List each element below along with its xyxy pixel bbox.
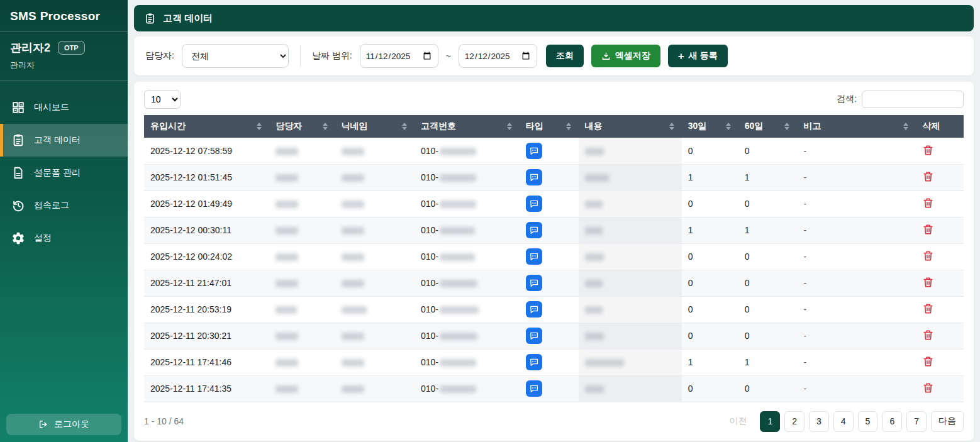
table-row: 2025-12-12 00:30:11 010- 1 1 - <box>144 217 964 243</box>
col-header-time[interactable]: 유입시간 <box>144 115 269 138</box>
query-button[interactable]: 조회 <box>546 45 584 67</box>
pagination-next[interactable]: 다음 <box>931 411 964 432</box>
cell-content <box>579 323 682 349</box>
cell-time: 2025-12-11 20:53:19 <box>144 296 269 323</box>
col-header-phone[interactable]: 고객번호 <box>415 115 520 138</box>
chat-message-icon[interactable] <box>526 380 542 397</box>
cell-content <box>579 164 682 191</box>
cell-note: - <box>797 217 916 243</box>
pagination-page-1[interactable]: 1 <box>760 411 780 432</box>
date-to-input[interactable] <box>459 44 537 68</box>
redacted-nickname <box>342 306 367 314</box>
date-from-input[interactable] <box>360 44 438 68</box>
cell-time: 2025-12-11 20:30:21 <box>144 323 269 349</box>
cell-time: 2025-12-12 07:58:59 <box>144 138 269 164</box>
chat-message-icon[interactable] <box>526 222 542 238</box>
cell-note: - <box>797 349 916 375</box>
sidebar-item-settings[interactable]: 설정 <box>0 222 128 255</box>
cell-60d: 1 <box>738 349 798 375</box>
col-header-content[interactable]: 내용 <box>579 115 682 138</box>
cell-delete <box>916 164 964 191</box>
redacted-nickname <box>342 201 364 208</box>
sidebar-item-access-log[interactable]: 접속로그 <box>0 189 128 222</box>
app-title: SMS Processor <box>0 0 128 32</box>
redacted-nickname <box>342 253 364 261</box>
cell-60d: 0 <box>738 138 798 164</box>
pagination-page-7[interactable]: 7 <box>906 411 927 432</box>
trash-icon[interactable] <box>922 250 934 262</box>
redacted-nickname <box>342 333 364 340</box>
chat-message-icon[interactable] <box>526 143 542 159</box>
history-icon <box>11 199 25 213</box>
chat-message-icon[interactable] <box>526 328 542 344</box>
cell-delete <box>916 243 964 270</box>
cell-60d: 0 <box>738 243 798 270</box>
cell-type <box>520 243 579 270</box>
cell-manager <box>269 243 335 270</box>
sidebar-item-dashboard[interactable]: 대시보드 <box>0 91 128 124</box>
chat-message-icon[interactable] <box>526 354 542 370</box>
trash-icon[interactable] <box>922 329 934 341</box>
cell-30d: 0 <box>682 323 738 349</box>
cell-content <box>579 191 682 217</box>
sidebar-menu: 대시보드 고객 데이터 설문폼 관리 접속로그 설정 <box>0 91 128 255</box>
col-header-d30[interactable]: 30일 <box>682 115 738 138</box>
download-icon <box>601 52 611 61</box>
chat-message-icon[interactable] <box>526 275 542 291</box>
redacted-nickname <box>342 174 364 182</box>
trash-icon[interactable] <box>922 223 934 235</box>
redacted-content <box>585 201 603 208</box>
cell-content <box>579 270 682 296</box>
col-header-nickname[interactable]: 닉네임 <box>335 115 415 138</box>
page-size-select[interactable]: 10 <box>144 90 181 109</box>
table-row: 2025-12-11 20:53:19 010- 0 0 - <box>144 296 964 323</box>
trash-icon[interactable] <box>922 382 934 394</box>
pagination-page-3[interactable]: 3 <box>809 411 829 432</box>
cell-time: 2025-12-11 17:41:35 <box>144 375 269 402</box>
col-header-d60[interactable]: 60일 <box>738 115 798 138</box>
col-header-type[interactable]: 타입 <box>520 115 579 138</box>
redacted-phone <box>440 148 476 155</box>
cell-delete <box>916 296 964 323</box>
cell-nickname <box>335 191 415 217</box>
dashboard-icon <box>11 101 25 114</box>
trash-icon[interactable] <box>922 144 934 156</box>
trash-icon[interactable] <box>922 355 934 367</box>
col-header-delete: 삭제 <box>916 115 964 138</box>
sidebar-item-survey-manage[interactable]: 설문폼 관리 <box>0 157 128 189</box>
excel-save-button[interactable]: 엑셀저장 <box>591 45 660 67</box>
pagination-prev[interactable]: 이전 <box>722 411 754 432</box>
cell-content <box>579 217 682 243</box>
cell-delete <box>916 191 964 217</box>
cell-time: 2025-12-11 17:41:46 <box>144 349 269 375</box>
new-register-button[interactable]: + 새 등록 <box>668 45 728 67</box>
trash-icon[interactable] <box>922 276 934 288</box>
pagination-page-4[interactable]: 4 <box>833 411 854 432</box>
cell-nickname <box>335 164 415 191</box>
logout-button[interactable]: 로그아웃 <box>6 414 121 435</box>
chat-message-icon[interactable] <box>526 248 542 265</box>
chat-message-icon[interactable] <box>526 301 542 318</box>
pagination-page-6[interactable]: 6 <box>882 411 902 432</box>
chat-message-icon[interactable] <box>526 196 542 212</box>
manager-select[interactable]: 전체 <box>182 44 289 68</box>
otp-badge[interactable]: OTP <box>58 41 85 55</box>
trash-icon[interactable] <box>922 197 934 209</box>
cell-time: 2025-12-12 00:24:02 <box>144 243 269 270</box>
pagination-page-5[interactable]: 5 <box>858 411 878 432</box>
pagination-page-2[interactable]: 2 <box>784 411 805 432</box>
redacted-content <box>585 253 604 261</box>
sidebar-item-customer-data[interactable]: 고객 데이터 <box>0 124 128 157</box>
trash-icon[interactable] <box>922 170 934 182</box>
cell-manager <box>269 375 335 402</box>
page-title: 고객 데이터 <box>163 13 213 25</box>
trash-icon[interactable] <box>922 302 934 314</box>
col-header-note[interactable]: 비고 <box>797 115 916 138</box>
cell-30d: 0 <box>682 243 738 270</box>
redacted-content <box>585 359 624 367</box>
cell-time: 2025-12-12 01:51:45 <box>144 164 269 191</box>
col-header-manager[interactable]: 담당자 <box>269 115 335 138</box>
cell-delete <box>916 375 964 402</box>
search-input[interactable] <box>862 91 964 108</box>
chat-message-icon[interactable] <box>526 169 542 185</box>
